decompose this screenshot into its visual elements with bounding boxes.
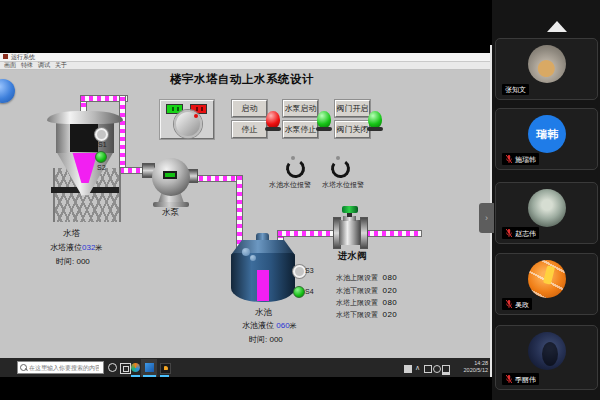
muted-mic-icon: [505, 228, 513, 238]
pump-stop-button[interactable]: 水泵停止: [283, 121, 318, 138]
app-icon: [3, 54, 8, 59]
tank-level-line: 水池液位 060米: [242, 320, 297, 331]
avatar: [528, 189, 566, 227]
start-button-taskbar[interactable]: [0, 358, 16, 377]
participant-nametag: 赵志伟: [502, 227, 539, 239]
valve-handle: [342, 206, 358, 213]
setting-label: 水塔下限设置: [336, 311, 378, 318]
pipe-riser: [119, 95, 126, 174]
participant-nametag: 张知文: [502, 84, 529, 95]
avatar-initials: 瑞韩: [536, 127, 558, 142]
valve-open-button[interactable]: 阀门开启: [335, 100, 370, 117]
tank-time-value: 000: [269, 335, 282, 344]
sensor-s3-label: S3: [305, 267, 314, 274]
avatar: 瑞韩: [528, 115, 566, 153]
sidebar-collapse-handle[interactable]: ›: [479, 203, 494, 233]
tower-level-label: 水塔液位: [50, 243, 82, 252]
scroll-up-icon[interactable]: [547, 21, 567, 32]
tank-alarm-bell-clapper: [291, 156, 295, 160]
hmi-title: 楼宇水塔自动上水系统设计: [170, 72, 314, 87]
valve-name: 进水阀: [338, 250, 367, 263]
pump-name: 水泵: [162, 207, 179, 219]
tower-time-label: 时间:: [56, 257, 74, 266]
setting-value: 020: [382, 310, 397, 319]
taskbar-clock[interactable]: 14:28 2020/5/12: [452, 360, 488, 374]
valve-close-button[interactable]: 阀门关闭: [335, 121, 370, 138]
sensor-s4-label: S4: [305, 288, 314, 295]
taskbar-search[interactable]: [17, 361, 104, 374]
search-input[interactable]: [29, 365, 99, 371]
participant-card[interactable]: 赵志伟: [495, 182, 598, 244]
pump-run-lamp: [165, 173, 175, 177]
participant-nametag: 施瑞韩: [502, 153, 539, 165]
participant-card[interactable]: 吴政: [495, 253, 598, 315]
sensor-s1-lamp: [95, 128, 108, 141]
task-view-icon[interactable]: [120, 363, 131, 374]
muted-mic-icon: [505, 299, 513, 309]
participant-card[interactable]: 张知文: [495, 38, 598, 100]
tray-icon-1[interactable]: [424, 365, 432, 373]
share-letterbox-top: [0, 0, 490, 53]
taskbar-app2-icon[interactable]: [145, 363, 154, 372]
pipe-valve-right: [365, 230, 422, 237]
cortana-icon[interactable]: [108, 363, 117, 372]
tank-level-value: 060: [276, 321, 289, 330]
tower-time-value: 000: [76, 257, 89, 266]
clock-time: 14:28: [452, 360, 488, 367]
tank-level-fill: [257, 270, 269, 301]
tank-level-unit: 米: [290, 322, 297, 329]
tank-level-label: 水池液位: [242, 321, 274, 330]
participant-name: 施瑞韩: [515, 155, 536, 164]
taskbar-app1-icon[interactable]: [131, 363, 140, 372]
menu-item-screen[interactable]: 画面: [4, 62, 16, 69]
tray-volume-icon[interactable]: [433, 365, 441, 373]
sensor-s2-lamp: [95, 151, 107, 163]
tower-alarm-label: 水塔水位报警: [322, 180, 364, 190]
tower-alarm-bell-clapper: [336, 156, 340, 160]
valve-body: [339, 220, 360, 245]
participant-name: 季丽伟: [515, 375, 536, 384]
tower-time-line: 时间: 000: [56, 256, 90, 267]
screen: 运行系统 画面 特殊 调试 关于 楼宇水塔自动上水系统设计 启动 停止 水泵启动…: [0, 0, 600, 400]
menu-item-special[interactable]: 特殊: [21, 62, 33, 69]
start-button[interactable]: 启动: [232, 100, 267, 117]
participant-name: 吴政: [515, 300, 529, 309]
avatar: [528, 45, 566, 83]
menu-item-about[interactable]: 关于: [55, 62, 67, 69]
participant-card[interactable]: 季丽伟: [495, 325, 598, 390]
run-indicator-led: [266, 111, 280, 128]
gauge-knob[interactable]: [174, 110, 202, 138]
tank-alarm-label: 水池水位报警: [269, 180, 311, 190]
tank-name: 水池: [255, 307, 272, 319]
tank-port-1: [242, 248, 250, 256]
share-letterbox-bottom: [0, 377, 490, 400]
participant-name: 张知文: [505, 85, 526, 94]
window-titlebar: [0, 53, 490, 62]
search-icon: [20, 364, 27, 371]
window-title: 运行系统: [11, 53, 35, 61]
tower-level-unit: 米: [95, 244, 102, 251]
pump-indicator-led: [317, 111, 331, 128]
tower-name: 水塔: [63, 228, 80, 240]
tray-network-icon[interactable]: [442, 365, 450, 375]
tank-time-line: 时间: 000: [249, 334, 283, 345]
tower-level-value: 032: [82, 243, 95, 252]
taskbar-app3-icon[interactable]: [160, 363, 171, 374]
app3-running-indicator: [160, 375, 169, 377]
menubar: [0, 62, 490, 70]
muted-mic-icon: [505, 154, 513, 164]
settings-row-4: 水塔下限设置 020: [336, 303, 397, 321]
pump-start-button[interactable]: 水泵启动: [283, 100, 318, 117]
menu-item-debug[interactable]: 调试: [38, 62, 50, 69]
sensor-s2-label: S2: [97, 164, 106, 171]
stop-button[interactable]: 停止: [232, 121, 267, 138]
valve-indicator-led: [368, 111, 382, 128]
participant-card[interactable]: 瑞韩 施瑞韩: [495, 108, 598, 170]
tower-cap: [47, 111, 123, 124]
participant-name: 赵志伟: [515, 229, 536, 238]
muted-mic-icon: [505, 374, 513, 384]
tray-chevron-icon[interactable]: ∧: [415, 364, 420, 372]
tray-ime-icon[interactable]: [404, 365, 412, 373]
participant-nametag: 季丽伟: [502, 373, 539, 385]
participant-nametag: 吴政: [502, 298, 532, 310]
